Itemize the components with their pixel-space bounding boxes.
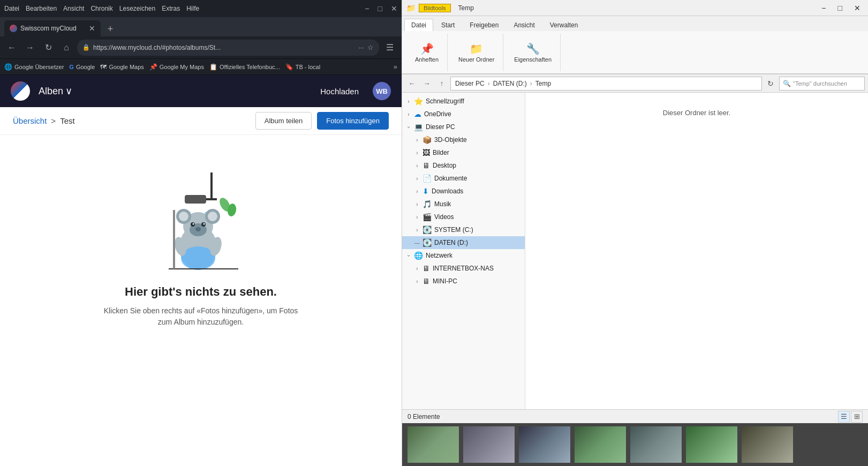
- tree-panel: › ⭐ Schnellzugriff › ☁ OneDrive › 💻 Dies…: [402, 93, 525, 409]
- empty-folder-message: Dieser Ordner ist leer.: [663, 109, 730, 117]
- bookmark-telefonbuch[interactable]: 📋 Offizielles Telefonbuc...: [209, 63, 280, 71]
- tree-arrow-3d: ›: [413, 137, 421, 143]
- new-tab-button[interactable]: +: [103, 21, 118, 36]
- browser-minimize-btn[interactable]: −: [365, 4, 369, 13]
- menu-datei[interactable]: Datei: [4, 5, 19, 12]
- browser-close-btn[interactable]: ✕: [391, 4, 397, 13]
- tree-item-videos[interactable]: › 🎬 Videos: [402, 211, 525, 223]
- browser-maximize-btn[interactable]: □: [378, 4, 382, 13]
- musik-icon: 🎵: [422, 200, 432, 208]
- view-details-btn[interactable]: ☰: [838, 411, 850, 423]
- bookmark-google-translate[interactable]: 🌐 Google Übersetzer: [4, 63, 64, 71]
- menu-lesezeichen[interactable]: Lesezeichen: [119, 5, 155, 12]
- tree-arrow-internetbox: ›: [413, 266, 421, 272]
- ribbon-new-folder-btn[interactable]: 📁 Neuer Ordner: [454, 40, 499, 65]
- ribbon-tab-start[interactable]: Start: [434, 19, 462, 31]
- browser-tab-mycloud[interactable]: Swisscom myCloud ✕: [4, 20, 101, 36]
- tree-item-bilder[interactable]: › 🖼 Bilder: [402, 146, 525, 159]
- bookmark-mymaps[interactable]: 📌 Google My Maps: [149, 63, 204, 71]
- ribbon-group-new: 📁 Neuer Ordner: [450, 34, 503, 71]
- browser-toolbar: ← → ↻ ⌂ 🔒 https://www.mycloud.ch/#photos…: [0, 36, 402, 59]
- thumbnail-1[interactable]: [406, 425, 460, 464]
- explorer-up-btn[interactable]: ↑: [435, 77, 448, 90]
- google-icon: G: [69, 64, 74, 70]
- explorer-maximize-btn[interactable]: □: [835, 3, 846, 13]
- app-title-text: Alben: [39, 86, 63, 97]
- tree-arrow-mini-pc: ›: [413, 279, 421, 284]
- tree-item-onedrive[interactable]: › ☁ OneDrive: [402, 108, 525, 121]
- tab-close-btn[interactable]: ✕: [89, 24, 95, 33]
- app-header: Alben ∨ Hochladen WB: [0, 75, 402, 107]
- bookmark-tb-local[interactable]: 🔖 TB - local: [285, 63, 320, 71]
- bookmark-maps[interactable]: 🗺 Google Maps: [100, 63, 144, 71]
- bookmarks-bar: 🌐 Google Übersetzer G Google 🗺 Google Ma…: [0, 59, 402, 75]
- svg-point-14: [179, 212, 188, 221]
- bookmark-label: TB - local: [296, 64, 320, 70]
- ribbon-pin-btn[interactable]: 📌 Anheften: [411, 40, 443, 65]
- tree-item-desktop[interactable]: › 🖥 Desktop: [402, 159, 525, 172]
- tree-item-schnellzugriff[interactable]: › ⭐ Schnellzugriff: [402, 95, 525, 108]
- tree-item-mini-pc[interactable]: › 🖥 MINI-PC: [402, 275, 525, 288]
- thumbnail-7[interactable]: [741, 425, 794, 464]
- url-bookmark-btn[interactable]: ☆: [367, 43, 374, 51]
- ribbon-tab-verwalten[interactable]: Verwalten: [543, 19, 585, 31]
- menu-chronik[interactable]: Chronik: [90, 5, 112, 12]
- ribbon-tab-datei[interactable]: Datei: [404, 19, 433, 31]
- ribbon-content: 📌 Anheften 📁 Neuer Ordner 🔧 Eigenschafte…: [402, 31, 868, 74]
- thumbnail-6[interactable]: [685, 425, 738, 464]
- view-tiles-btn[interactable]: ⊞: [851, 411, 863, 423]
- menu-bearbeiten[interactable]: Bearbeiten: [26, 5, 57, 12]
- app-title-arrow[interactable]: ∨: [65, 85, 72, 97]
- tree-item-netzwerk[interactable]: › 🌐 Netzwerk: [402, 249, 525, 262]
- ribbon-properties-btn[interactable]: 🔧 Eigenschaften: [510, 40, 556, 65]
- explorer-forward-btn[interactable]: →: [420, 77, 433, 90]
- tree-item-dokumente[interactable]: › 📄 Dokumente: [402, 172, 525, 185]
- menu-hilfe[interactable]: Hilfe: [186, 5, 199, 12]
- browser-menu-btn[interactable]: ☰: [382, 40, 397, 55]
- home-button[interactable]: ⌂: [59, 40, 74, 55]
- tree-item-internetbox[interactable]: › 🖥 INTERNETBOX-NAS: [402, 262, 525, 275]
- tree-item-musik[interactable]: › 🎵 Musik: [402, 198, 525, 211]
- thumbnail-4[interactable]: [573, 425, 627, 464]
- url-more-btn[interactable]: ···: [358, 43, 364, 51]
- explorer-back-btn[interactable]: ←: [405, 77, 418, 90]
- tree-item-dieser-pc[interactable]: › 💻 Dieser PC: [402, 121, 525, 133]
- tree-item-downloads[interactable]: › ⬇ Downloads: [402, 185, 525, 198]
- ribbon-tab-freigeben[interactable]: Freigeben: [463, 19, 505, 31]
- thumbnail-5[interactable]: [629, 425, 683, 464]
- tree-item-daten-d[interactable]: — 💽 DATEN (D:): [402, 236, 525, 249]
- mini-pc-icon: 🖥: [422, 277, 430, 285]
- ribbon-tab-ansicht[interactable]: Ansicht: [507, 19, 541, 31]
- breadcrumb-home[interactable]: Übersicht: [13, 116, 47, 125]
- explorer-refresh-btn[interactable]: ↻: [764, 77, 777, 90]
- tree-item-system-c[interactable]: › 💽 SYSTEM (C:): [402, 223, 525, 236]
- add-photos-button[interactable]: Fotos hinzufügen: [317, 112, 389, 130]
- user-avatar[interactable]: WB: [373, 82, 391, 100]
- bookmark-google[interactable]: G Google: [69, 64, 95, 70]
- forward-button[interactable]: →: [22, 40, 37, 55]
- explorer-close-btn[interactable]: ✕: [851, 3, 864, 13]
- share-album-button[interactable]: Album teilen: [255, 112, 312, 130]
- address-path[interactable]: Dieser PC › DATEN (D:) › Temp: [450, 77, 762, 91]
- url-bar[interactable]: 🔒 https://www.mycloud.ch/#photos/albums/…: [77, 40, 379, 56]
- bookmark-label: Google My Maps: [160, 64, 204, 70]
- refresh-button[interactable]: ↻: [41, 40, 56, 55]
- thumbnail-2[interactable]: [462, 425, 516, 464]
- menu-ansicht[interactable]: Ansicht: [63, 5, 84, 12]
- upload-button[interactable]: Hochladen: [315, 84, 364, 99]
- tree-item-3d-objekte[interactable]: › 📦 3D-Objekte: [402, 133, 525, 146]
- menu-extras[interactable]: Extras: [162, 5, 180, 12]
- thumbnail-3[interactable]: [518, 425, 571, 464]
- tree-arrow-bilder: ›: [413, 150, 421, 156]
- svg-point-16: [208, 212, 217, 221]
- explorer-search[interactable]: 🔍 "Temp" durchsuchen: [779, 77, 865, 91]
- dieser-pc-icon: 💻: [414, 123, 423, 131]
- ribbon-tabs: Datei Start Freigeben Ansicht Verwalten: [402, 16, 868, 31]
- back-button[interactable]: ←: [4, 40, 19, 55]
- bookmarks-more-btn[interactable]: »: [394, 63, 397, 71]
- tree-arrow-daten-d: —: [413, 240, 421, 246]
- explorer-statusbar: 0 Elemente ☰ ⊞: [402, 409, 868, 423]
- explorer-minimize-btn[interactable]: −: [818, 3, 829, 13]
- empty-state: Hier gibt's nichts zu sehen. Klicken Sie…: [0, 135, 402, 466]
- bildtools-tab[interactable]: Bildtools: [419, 4, 451, 12]
